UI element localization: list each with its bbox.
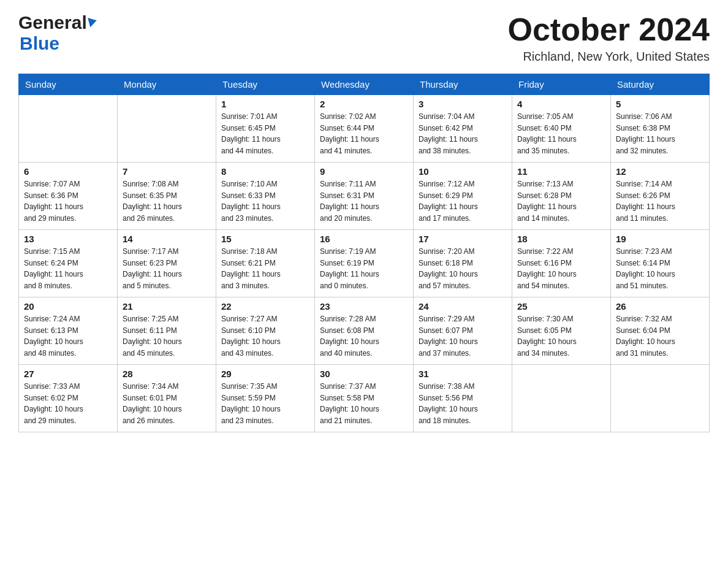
month-title: October 2024 <box>508 12 710 47</box>
day-number: 28 <box>123 369 211 379</box>
day-info: Sunrise: 7:10 AM Sunset: 6:33 PM Dayligh… <box>221 178 309 224</box>
calendar-week-row: 20Sunrise: 7:24 AM Sunset: 6:13 PM Dayli… <box>19 297 710 365</box>
day-info: Sunrise: 7:33 AM Sunset: 6:02 PM Dayligh… <box>24 381 112 426</box>
day-number: 21 <box>123 301 211 312</box>
day-info: Sunrise: 7:22 AM Sunset: 6:16 PM Dayligh… <box>517 246 605 291</box>
day-info: Sunrise: 7:34 AM Sunset: 6:01 PM Dayligh… <box>123 381 211 426</box>
logo-blue-text: Blue <box>20 33 59 54</box>
day-number: 13 <box>24 234 112 244</box>
day-info: Sunrise: 7:06 AM Sunset: 6:38 PM Dayligh… <box>616 111 704 156</box>
day-info: Sunrise: 7:12 AM Sunset: 6:29 PM Dayligh… <box>419 178 507 224</box>
calendar-cell: 19Sunrise: 7:23 AM Sunset: 6:14 PM Dayli… <box>611 230 710 297</box>
calendar-cell: 18Sunrise: 7:22 AM Sunset: 6:16 PM Dayli… <box>512 230 611 297</box>
calendar-week-row: 13Sunrise: 7:15 AM Sunset: 6:24 PM Dayli… <box>19 230 710 297</box>
calendar-cell: 9Sunrise: 7:11 AM Sunset: 6:31 PM Daylig… <box>315 163 414 230</box>
day-number: 30 <box>320 369 408 379</box>
calendar-cell: 1Sunrise: 7:01 AM Sunset: 6:45 PM Daylig… <box>216 95 315 163</box>
col-tuesday: Tuesday <box>216 74 315 95</box>
calendar-cell: 16Sunrise: 7:19 AM Sunset: 6:19 PM Dayli… <box>315 230 414 297</box>
day-info: Sunrise: 7:37 AM Sunset: 5:58 PM Dayligh… <box>320 381 408 426</box>
day-info: Sunrise: 7:35 AM Sunset: 5:59 PM Dayligh… <box>221 381 309 426</box>
calendar-week-row: 27Sunrise: 7:33 AM Sunset: 6:02 PM Dayli… <box>19 365 710 432</box>
calendar-cell: 3Sunrise: 7:04 AM Sunset: 6:42 PM Daylig… <box>414 95 512 163</box>
logo: General Blue <box>18 12 97 54</box>
day-number: 31 <box>419 369 507 379</box>
calendar-cell: 17Sunrise: 7:20 AM Sunset: 6:18 PM Dayli… <box>414 230 512 297</box>
day-info: Sunrise: 7:30 AM Sunset: 6:05 PM Dayligh… <box>517 313 605 359</box>
calendar-cell: 6Sunrise: 7:07 AM Sunset: 6:36 PM Daylig… <box>19 163 118 230</box>
day-number: 4 <box>517 99 605 109</box>
day-number: 3 <box>419 99 507 109</box>
day-number: 20 <box>24 301 112 312</box>
calendar-cell: 15Sunrise: 7:18 AM Sunset: 6:21 PM Dayli… <box>216 230 315 297</box>
calendar-cell: 8Sunrise: 7:10 AM Sunset: 6:33 PM Daylig… <box>216 163 315 230</box>
day-number: 16 <box>320 234 408 244</box>
page-header: General Blue October 2024 Richland, New … <box>18 12 710 64</box>
day-number: 19 <box>616 234 704 244</box>
calendar-cell: 23Sunrise: 7:28 AM Sunset: 6:08 PM Dayli… <box>315 297 414 365</box>
calendar-cell: 31Sunrise: 7:38 AM Sunset: 5:56 PM Dayli… <box>414 365 512 432</box>
calendar-cell: 20Sunrise: 7:24 AM Sunset: 6:13 PM Dayli… <box>19 297 118 365</box>
day-info: Sunrise: 7:01 AM Sunset: 6:45 PM Dayligh… <box>221 111 309 156</box>
col-friday: Friday <box>512 74 611 95</box>
calendar-cell: 30Sunrise: 7:37 AM Sunset: 5:58 PM Dayli… <box>315 365 414 432</box>
day-info: Sunrise: 7:02 AM Sunset: 6:44 PM Dayligh… <box>320 111 408 156</box>
day-number: 23 <box>320 301 408 312</box>
day-number: 17 <box>419 234 507 244</box>
day-number: 29 <box>221 369 309 379</box>
calendar-cell: 12Sunrise: 7:14 AM Sunset: 6:26 PM Dayli… <box>611 163 710 230</box>
calendar-cell: 2Sunrise: 7:02 AM Sunset: 6:44 PM Daylig… <box>315 95 414 163</box>
day-number: 24 <box>419 301 507 312</box>
calendar-cell: 29Sunrise: 7:35 AM Sunset: 5:59 PM Dayli… <box>216 365 315 432</box>
day-info: Sunrise: 7:28 AM Sunset: 6:08 PM Dayligh… <box>320 313 408 359</box>
day-number: 9 <box>320 166 408 177</box>
day-number: 7 <box>123 166 211 177</box>
calendar-cell <box>512 365 611 432</box>
day-info: Sunrise: 7:04 AM Sunset: 6:42 PM Dayligh… <box>419 111 507 156</box>
logo-chevron-icon <box>88 16 98 28</box>
day-info: Sunrise: 7:18 AM Sunset: 6:21 PM Dayligh… <box>221 246 309 291</box>
calendar-cell: 28Sunrise: 7:34 AM Sunset: 6:01 PM Dayli… <box>118 365 216 432</box>
calendar-cell <box>611 365 710 432</box>
day-info: Sunrise: 7:07 AM Sunset: 6:36 PM Dayligh… <box>24 178 112 224</box>
calendar-cell: 21Sunrise: 7:25 AM Sunset: 6:11 PM Dayli… <box>118 297 216 365</box>
day-number: 22 <box>221 301 309 312</box>
day-info: Sunrise: 7:11 AM Sunset: 6:31 PM Dayligh… <box>320 178 408 224</box>
day-info: Sunrise: 7:29 AM Sunset: 6:07 PM Dayligh… <box>419 313 507 359</box>
calendar-cell: 10Sunrise: 7:12 AM Sunset: 6:29 PM Dayli… <box>414 163 512 230</box>
day-number: 26 <box>616 301 704 312</box>
day-number: 27 <box>24 369 112 379</box>
calendar-cell: 7Sunrise: 7:08 AM Sunset: 6:35 PM Daylig… <box>118 163 216 230</box>
calendar-cell: 22Sunrise: 7:27 AM Sunset: 6:10 PM Dayli… <box>216 297 315 365</box>
day-info: Sunrise: 7:25 AM Sunset: 6:11 PM Dayligh… <box>123 313 211 359</box>
day-info: Sunrise: 7:23 AM Sunset: 6:14 PM Dayligh… <box>616 246 704 291</box>
day-info: Sunrise: 7:38 AM Sunset: 5:56 PM Dayligh… <box>419 381 507 426</box>
day-info: Sunrise: 7:24 AM Sunset: 6:13 PM Dayligh… <box>24 313 112 359</box>
day-info: Sunrise: 7:13 AM Sunset: 6:28 PM Dayligh… <box>517 178 605 224</box>
title-area: October 2024 Richland, New York, United … <box>508 12 710 64</box>
col-monday: Monday <box>118 74 216 95</box>
day-number: 10 <box>419 166 507 177</box>
day-info: Sunrise: 7:32 AM Sunset: 6:04 PM Dayligh… <box>616 313 704 359</box>
day-number: 12 <box>616 166 704 177</box>
logo-general-text: General <box>18 12 87 33</box>
day-number: 15 <box>221 234 309 244</box>
calendar-cell: 26Sunrise: 7:32 AM Sunset: 6:04 PM Dayli… <box>611 297 710 365</box>
calendar-week-row: 1Sunrise: 7:01 AM Sunset: 6:45 PM Daylig… <box>19 95 710 163</box>
calendar-cell: 14Sunrise: 7:17 AM Sunset: 6:23 PM Dayli… <box>118 230 216 297</box>
calendar-cell <box>118 95 216 163</box>
calendar-cell: 27Sunrise: 7:33 AM Sunset: 6:02 PM Dayli… <box>19 365 118 432</box>
day-number: 2 <box>320 99 408 109</box>
calendar-cell: 11Sunrise: 7:13 AM Sunset: 6:28 PM Dayli… <box>512 163 611 230</box>
calendar-cell: 24Sunrise: 7:29 AM Sunset: 6:07 PM Dayli… <box>414 297 512 365</box>
day-info: Sunrise: 7:19 AM Sunset: 6:19 PM Dayligh… <box>320 246 408 291</box>
day-info: Sunrise: 7:20 AM Sunset: 6:18 PM Dayligh… <box>419 246 507 291</box>
calendar-cell: 13Sunrise: 7:15 AM Sunset: 6:24 PM Dayli… <box>19 230 118 297</box>
day-info: Sunrise: 7:17 AM Sunset: 6:23 PM Dayligh… <box>123 246 211 291</box>
day-number: 18 <box>517 234 605 244</box>
day-number: 5 <box>616 99 704 109</box>
calendar-table: Sunday Monday Tuesday Wednesday Thursday… <box>18 74 710 432</box>
col-wednesday: Wednesday <box>315 74 414 95</box>
col-thursday: Thursday <box>414 74 512 95</box>
col-saturday: Saturday <box>611 74 710 95</box>
